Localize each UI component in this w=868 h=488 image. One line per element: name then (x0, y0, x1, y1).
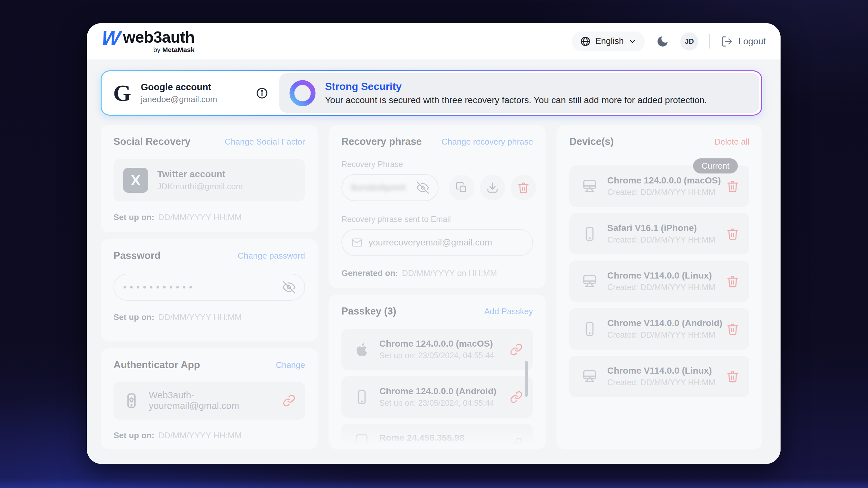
logout-label: Logout (738, 36, 766, 46)
eye-off-icon[interactable] (416, 182, 429, 194)
recovery-phrase-title: Recovery phrase (341, 136, 422, 148)
unlink-icon[interactable] (283, 394, 296, 407)
provider-email: janedoe@gmail.com (141, 94, 252, 104)
device-title: Chrome V114.0.0 (Linux) (607, 366, 726, 376)
generated-row: Generated on:DD/MM/YYYY on HH:MM (341, 268, 533, 278)
recovery-phrase-input[interactable]: tkznsbxfqvmrtwol (341, 174, 438, 201)
twitter-account-email: JDKmurthi@gmail.com (157, 182, 296, 192)
password-setup-label: Set up on: (114, 312, 154, 322)
content-area: G Google account janedoe@gmail.com (87, 59, 780, 464)
device-title: Chrome 124.0.0.0 (macOS) (607, 175, 726, 186)
social-recovery-card: Social Recovery Change Social Factor X T… (101, 125, 318, 232)
passkey-row: Rome 24.456.355.98 (341, 424, 533, 449)
authenticator-account: Web3auth-youremail@gmal.com (149, 390, 283, 411)
device-row: Chrome V114.0.0 (Linux) Created: DD/MM/Y… (569, 356, 749, 397)
passkey-item-title: Rome 24.456.355.98 (379, 433, 510, 443)
logo-by: by (153, 46, 162, 53)
google-icon: G (113, 82, 131, 105)
header-divider (709, 34, 710, 48)
trash-icon[interactable] (726, 370, 739, 383)
device-title: Safari V16.1 (iPhone) (607, 223, 726, 233)
social-recovery-title: Social Recovery (114, 136, 191, 148)
social-setup-value: DD/MM/YYYY HH:MM (158, 213, 242, 222)
device-sub: Created: DD/MM/YYY HH:MM (607, 235, 726, 245)
eye-off-icon[interactable] (283, 281, 296, 294)
authenticator-setup-value: DD/MM/YYYY HH:MM (158, 430, 242, 440)
login-provider-section: G Google account janedoe@gmail.com (101, 71, 279, 115)
security-status-title: Strong Security (325, 80, 707, 93)
copy-phrase-button[interactable] (449, 175, 474, 200)
top-header: W web3auth by MetaMask English (87, 23, 780, 59)
apple-icon (352, 340, 372, 359)
web3auth-logo-mark-icon: W (101, 29, 119, 46)
logout-icon (721, 35, 733, 47)
passkey-row: Chrome 124.0.0.0 (Android) Set up on: 23… (341, 376, 533, 418)
password-setup-row: Set up on:DD/MM/YYYY HH:MM (114, 312, 305, 322)
recovery-email-input[interactable]: yourrecoveryemail@gmail.com (341, 229, 533, 256)
password-title: Password (114, 250, 160, 261)
authenticator-account-row: Web3auth-youremail@gmal.com (114, 382, 305, 420)
authenticator-setup-label: Set up on: (114, 430, 154, 440)
moon-icon (656, 35, 669, 48)
security-ring-icon (289, 80, 316, 107)
logo-wordmark: web3auth (123, 29, 195, 45)
trash-icon[interactable] (726, 323, 739, 335)
avatar[interactable]: JD (680, 32, 698, 51)
authenticator-phone-icon (123, 392, 140, 409)
passkey-item-title: Chrome 124.0.0.0 (macOS) (379, 338, 510, 349)
info-icon[interactable] (255, 87, 269, 100)
phone-icon (352, 389, 372, 405)
trash-icon[interactable] (726, 180, 739, 193)
desktop-icon (580, 273, 599, 290)
twitter-account-title: Twitter account (157, 169, 296, 180)
logout-button[interactable]: Logout (721, 35, 766, 47)
password-input[interactable]: ••••••••••• (114, 274, 305, 301)
link-icon[interactable] (510, 437, 523, 449)
x-twitter-icon: X (123, 168, 148, 193)
copy-icon (456, 182, 468, 194)
authenticator-title: Authenticator App (114, 359, 200, 371)
trash-icon[interactable] (726, 275, 739, 288)
current-device-badge: Current (693, 158, 738, 173)
logo-byline: by MetaMask (153, 46, 194, 54)
authenticator-setup-row: Set up on:DD/MM/YYYY HH:MM (114, 430, 305, 441)
trash-icon[interactable] (726, 227, 739, 240)
password-card: Password Change password ••••••••••• Set… (101, 239, 318, 341)
change-authenticator-link[interactable]: Change (276, 360, 305, 370)
security-status-description: Your account is secured with three recov… (325, 95, 707, 105)
web3auth-logo: W web3auth by MetaMask (101, 29, 194, 54)
device-sub: Created: DD/MM/YYY HH:MM (607, 283, 726, 292)
chevron-down-icon (628, 37, 637, 45)
passkey-scrollbar[interactable] (525, 361, 528, 397)
mail-icon (351, 237, 363, 248)
language-selector[interactable]: English (571, 31, 645, 52)
security-status-section: Strong Security Your account is secured … (279, 73, 760, 113)
device-title: Chrome V114.0.0 (Android) (607, 318, 726, 328)
trash-icon (517, 182, 529, 194)
social-setup-row: Set up on:DD/MM/YYYY HH:MM (114, 213, 305, 222)
passkey-item-sub: Set up on: 23/05/2024, 04:55:44 (379, 351, 510, 360)
recovery-phrase-masked: tkznsbxfqvmrtwol (351, 183, 406, 193)
link-icon[interactable] (510, 343, 523, 356)
devices-card: Device(s) Delete all Current Chrome 124.… (557, 125, 762, 450)
device-title: Chrome V114.0.0 (Linux) (607, 270, 726, 281)
recovery-email-label: Recovery phrase sent to Email (341, 215, 533, 224)
desktop-icon (580, 368, 599, 385)
desktop-icon (580, 178, 599, 195)
phone-icon (580, 321, 599, 337)
device-sub: Created: DD/MM/YYY HH:MM (607, 378, 726, 387)
delete-all-link[interactable]: Delete all (715, 137, 749, 147)
language-label: English (595, 36, 624, 46)
social-setup-label: Set up on: (114, 213, 154, 222)
change-password-link[interactable]: Change password (238, 251, 305, 261)
download-phrase-button[interactable] (479, 175, 505, 200)
link-icon[interactable] (510, 391, 523, 403)
device-row: Chrome V114.0.0 (Android) Created: DD/MM… (569, 308, 749, 350)
change-social-factor-link[interactable]: Change Social Factor (225, 137, 305, 147)
dark-mode-toggle[interactable] (656, 35, 669, 48)
main-panel: W web3auth by MetaMask English (87, 23, 780, 464)
delete-phrase-button[interactable] (510, 175, 536, 200)
add-passkey-link[interactable]: Add Passkey (484, 306, 533, 317)
change-recovery-phrase-link[interactable]: Change recovery phrase (441, 137, 533, 147)
factors-grid: Social Recovery Change Social Factor X T… (101, 125, 767, 450)
